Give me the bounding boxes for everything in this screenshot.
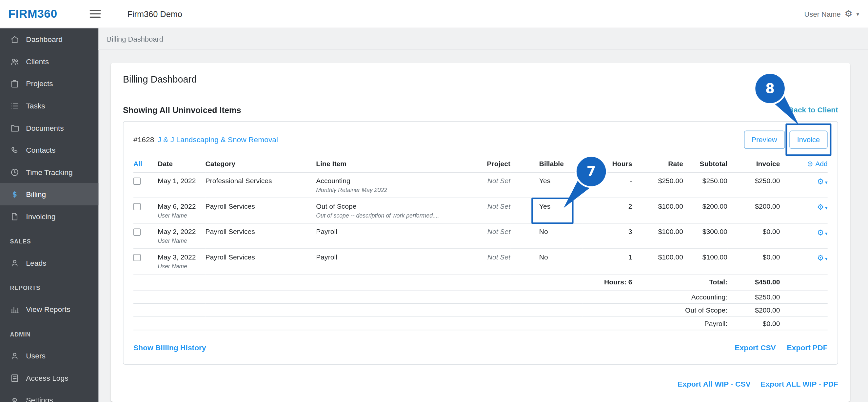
cell-project: Not Set — [477, 198, 510, 224]
clock-icon — [10, 167, 19, 177]
sidebar-section-reports: REPORTS — [0, 274, 99, 298]
row-checkbox[interactable] — [133, 228, 141, 236]
sidebar-item-label: Leads — [26, 259, 46, 267]
chevron-down-icon: ▾ — [825, 180, 828, 186]
topbar: FIRM360 Firm360 Demo User Name ⚙ ▾ — [0, 0, 868, 28]
sidebar-item-tasks[interactable]: Tasks — [0, 95, 99, 117]
sidebar-item-projects[interactable]: Projects — [0, 72, 99, 95]
total-label: Total: — [683, 274, 727, 290]
export-all-wip-csv-link[interactable]: Export All WIP - CSV — [678, 380, 751, 388]
sidebar-item-users[interactable]: Users — [0, 345, 99, 367]
export-csv-link[interactable]: Export CSV — [735, 344, 776, 352]
sidebar-item-access-logs[interactable]: Access Logs — [0, 367, 99, 389]
export-all-wip-pdf-link[interactable]: Export ALL WIP - PDF — [761, 380, 838, 388]
sidebar-item-dashboard[interactable]: Dashboard — [0, 28, 99, 51]
table-row: May 1, 2022 Professional Services Accoun… — [133, 172, 828, 198]
sidebar-item-view-reports[interactable]: View Reports — [0, 298, 99, 321]
gear-icon: ⚙ — [10, 396, 19, 402]
invoice-button[interactable]: Invoice — [789, 131, 828, 149]
sidebar-item-label: View Reports — [26, 305, 70, 313]
col-header-billable: Billable — [510, 156, 583, 173]
summary-row: Out of Scope: $200.00 — [133, 303, 828, 317]
cell-rate: $100.00 — [632, 223, 683, 249]
sidebar-item-settings[interactable]: ⚙ Settings — [0, 389, 99, 402]
user-name[interactable]: User Name — [804, 10, 841, 18]
cell-category: Payroll Services — [206, 223, 316, 249]
sidebar-item-documents[interactable]: Documents — [0, 116, 99, 139]
sidebar-item-label: Tasks — [26, 102, 45, 110]
export-pdf-link[interactable]: Export PDF — [787, 344, 828, 352]
user-name-subtext: User Name — [158, 237, 205, 244]
add-line-item-button[interactable]: ⊕Add — [807, 159, 828, 167]
row-actions-button[interactable]: ⚙▾ — [817, 203, 827, 211]
row-checkbox[interactable] — [133, 254, 141, 261]
client-link[interactable]: J & J Landscaping & Snow Removal — [158, 136, 278, 144]
home-icon — [10, 35, 19, 44]
sidebar-item-label: Projects — [26, 79, 53, 88]
cell-rate: $100.00 — [632, 249, 683, 274]
sidebar-item-label: Documents — [26, 124, 64, 132]
user-name-subtext: User Name — [158, 263, 205, 269]
gear-icon: ⚙ — [817, 202, 824, 211]
back-to-client-link[interactable]: Back to Client — [788, 106, 838, 114]
cell-invoice: $250.00 — [727, 172, 780, 198]
gear-icon[interactable]: ⚙ — [844, 9, 852, 18]
summary-label: Out of Scope: — [632, 303, 727, 317]
chevron-down-icon[interactable]: ▾ — [856, 11, 859, 17]
select-all-link[interactable]: All — [133, 160, 142, 167]
row-checkbox[interactable] — [133, 177, 141, 185]
cell-rate: $250.00 — [632, 172, 683, 198]
row-actions-button[interactable]: ⚙▾ — [817, 178, 827, 186]
chevron-down-icon: ▾ — [825, 231, 828, 236]
log-list-icon — [10, 373, 19, 383]
sidebar-item-contacts[interactable]: Contacts — [0, 139, 99, 161]
cell-category: Professional Services — [206, 172, 316, 198]
row-actions-button[interactable]: ⚙▾ — [817, 229, 827, 237]
summary-row: Accounting: $250.00 — [133, 290, 828, 304]
cell-date: May 6, 2022User Name — [158, 198, 205, 224]
cell-hours: 3 — [583, 223, 632, 249]
sidebar-section-admin: ADMIN — [0, 321, 99, 345]
tasks-icon — [10, 101, 19, 110]
cell-subtotal: $100.00 — [683, 249, 727, 274]
sidebar-item-billing[interactable]: $ Billing — [0, 183, 99, 205]
sidebar-item-label: Time Tracking — [26, 168, 72, 176]
cell-date: May 2, 2022User Name — [158, 223, 205, 249]
sidebar-item-invoicing[interactable]: Invoicing — [0, 205, 99, 228]
cell-subtotal: $200.00 — [683, 198, 727, 224]
line-item-note: Out of scope -- description of work perf… — [316, 212, 477, 219]
col-header-project: Project — [477, 156, 510, 173]
total-hours: Hours: 6 — [583, 274, 632, 290]
cell-hours: 1 — [583, 249, 632, 274]
col-header-subtotal: Subtotal — [683, 156, 727, 173]
sidebar: Dashboard Clients Projects Tasks Documen… — [0, 28, 99, 402]
show-billing-history-link[interactable]: Show Billing History — [133, 344, 206, 352]
sidebar-item-clients[interactable]: Clients — [0, 51, 99, 73]
section-subtitle: Showing All Uninvoiced Items — [123, 105, 241, 115]
sidebar-item-time-tracking[interactable]: Time Tracking — [0, 161, 99, 183]
sidebar-item-label: Invoicing — [26, 212, 55, 221]
folder-icon — [10, 123, 19, 133]
svg-text:⚙: ⚙ — [12, 396, 18, 402]
cell-line-item: Payroll — [316, 249, 477, 274]
row-actions-button[interactable]: ⚙▾ — [817, 255, 827, 262]
chevron-down-icon: ▾ — [825, 205, 828, 211]
preview-button[interactable]: Preview — [744, 131, 785, 149]
sidebar-item-label: Billing — [26, 190, 46, 198]
row-checkbox[interactable] — [133, 203, 141, 210]
table-header-row: All Date Category Line Item Project Bill… — [133, 156, 828, 173]
hamburger-menu-icon[interactable] — [90, 8, 104, 19]
uninvoiced-items-table: All Date Category Line Item Project Bill… — [133, 156, 828, 331]
sidebar-item-label: Clients — [26, 57, 49, 66]
cell-line-item: Out of ScopeOut of scope -- description … — [316, 198, 477, 224]
col-header-hours: Hours — [583, 156, 632, 173]
table-row: May 2, 2022User Name Payroll Services Pa… — [133, 223, 828, 249]
sidebar-item-label: Contacts — [26, 146, 55, 154]
cell-category: Payroll Services — [206, 249, 316, 274]
person-icon — [10, 258, 19, 268]
sidebar-item-label: Dashboard — [26, 35, 63, 43]
cell-billable: No — [510, 249, 583, 274]
cell-category: Payroll Services — [206, 198, 316, 224]
cell-project: Not Set — [477, 223, 510, 249]
sidebar-item-leads[interactable]: Leads — [0, 252, 99, 274]
